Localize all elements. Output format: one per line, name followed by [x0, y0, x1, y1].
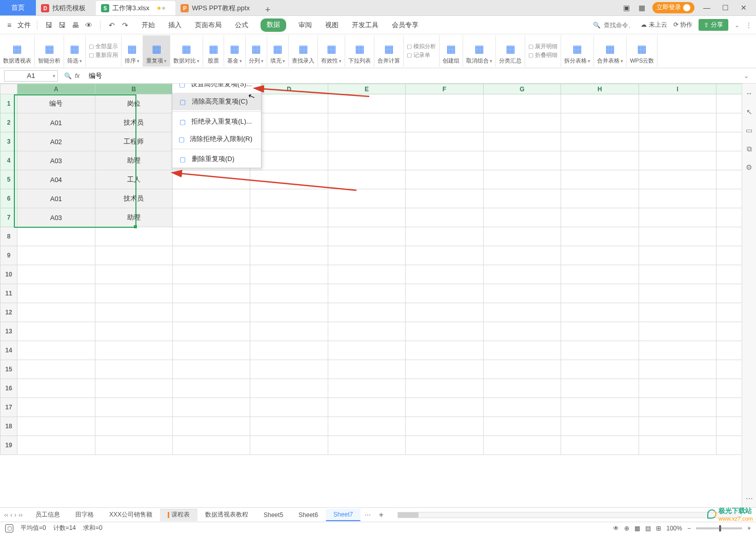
cell[interactable] [172, 322, 250, 341]
cell[interactable] [172, 398, 250, 417]
name-box[interactable]: A1 [4, 70, 58, 82]
eye-icon[interactable]: 👁 [613, 525, 619, 532]
ribbon-item-11[interactable]: ▦查找录入 [289, 35, 318, 67]
view-page-icon[interactable]: ▤ [645, 525, 651, 532]
cell[interactable] [95, 265, 172, 284]
cell[interactable] [328, 246, 405, 265]
cell[interactable] [639, 284, 716, 303]
cell[interactable] [561, 113, 639, 132]
cell[interactable] [561, 284, 639, 303]
cell[interactable] [406, 398, 483, 417]
row-header[interactable]: 16 [1, 379, 17, 398]
cell[interactable] [17, 436, 95, 455]
cell[interactable]: 岗位 [95, 94, 172, 113]
cell[interactable] [639, 151, 716, 170]
settings-icon[interactable]: ⚙ [745, 163, 754, 172]
cell[interactable]: 技术员 [95, 189, 172, 208]
doc-tab-spreadsheet[interactable]: S 工作簿3.xlsx [96, 1, 175, 15]
col-header[interactable]: A [17, 84, 95, 94]
ribbon-item-3[interactable]: ▢ 全部显示▢ 重新应用 [86, 35, 122, 67]
ribbon-item-1[interactable]: ▦智能分析 [35, 35, 64, 67]
ribbon-item-16[interactable]: ▦创建组 [440, 35, 463, 67]
cell[interactable]: 助理 [95, 151, 172, 170]
col-header[interactable]: E [328, 84, 405, 94]
sheet-first-icon[interactable]: ‹‹ [4, 511, 8, 519]
row-header[interactable]: 15 [1, 360, 17, 379]
cell[interactable] [483, 341, 561, 360]
cell[interactable] [17, 417, 95, 436]
cell[interactable] [328, 303, 405, 322]
sheet-tab-3[interactable]: 课程表 [160, 509, 197, 521]
share-button[interactable]: ⇪ 分享 [699, 19, 728, 31]
row-header[interactable]: 4 [1, 151, 17, 170]
cell[interactable] [328, 265, 405, 284]
command-search[interactable]: 🔍 [593, 22, 634, 29]
cell[interactable] [561, 132, 639, 151]
cell[interactable] [639, 265, 716, 284]
col-header[interactable]: D [250, 84, 328, 94]
cell[interactable] [328, 436, 405, 455]
cell[interactable]: A03 [17, 208, 95, 227]
more-icon[interactable]: ⋮ [746, 22, 752, 29]
cell[interactable] [561, 246, 639, 265]
cell[interactable] [406, 379, 483, 398]
cell[interactable] [250, 265, 328, 284]
col-header[interactable]: B [95, 84, 172, 94]
row-header[interactable]: 18 [1, 417, 17, 436]
ribbon-item-10[interactable]: ▦填充▾ [267, 35, 289, 67]
ribbon-item-21[interactable]: ▦合并表格▾ [594, 35, 627, 67]
cell[interactable] [406, 132, 483, 151]
cell[interactable] [328, 94, 405, 113]
row-header[interactable]: 8 [1, 227, 17, 246]
cell[interactable] [172, 303, 250, 322]
row-header[interactable]: 10 [1, 265, 17, 284]
cell[interactable] [328, 322, 405, 341]
zoom-in-button[interactable]: + [747, 525, 751, 532]
cell[interactable] [406, 189, 483, 208]
cell[interactable] [250, 398, 328, 417]
col-header[interactable]: F [406, 84, 483, 94]
cell[interactable] [561, 227, 639, 246]
ribbon-item-5[interactable]: ▦重复项▾ [143, 35, 170, 67]
cell[interactable] [95, 227, 172, 246]
save-icon[interactable]: 🖫 [44, 20, 54, 30]
cell[interactable] [328, 417, 405, 436]
undo-icon[interactable]: ↶ [107, 20, 117, 30]
close-button[interactable]: ✕ [738, 4, 750, 12]
cell[interactable] [328, 151, 405, 170]
line-style-icon[interactable]: ↔ [745, 89, 754, 98]
ribbon-item-4[interactable]: ▦排序▾ [122, 35, 143, 67]
app-menu-icon[interactable]: ≡ [4, 20, 14, 30]
cell[interactable] [406, 341, 483, 360]
cell[interactable] [561, 398, 639, 417]
cell[interactable] [328, 113, 405, 132]
cell[interactable] [17, 360, 95, 379]
cell[interactable] [483, 360, 561, 379]
cell[interactable] [406, 151, 483, 170]
cell[interactable] [172, 246, 250, 265]
row-header[interactable]: 6 [1, 189, 17, 208]
cell[interactable] [95, 322, 172, 341]
menu-tab-6[interactable]: 视图 [324, 18, 340, 32]
cell[interactable] [483, 189, 561, 208]
cell[interactable] [406, 284, 483, 303]
cell[interactable] [95, 246, 172, 265]
cell[interactable] [328, 284, 405, 303]
row-header[interactable]: 12 [1, 303, 17, 322]
horizontal-scrollbar[interactable] [397, 512, 742, 518]
cell[interactable] [561, 379, 639, 398]
dropdown-item-0[interactable]: ▢设置高亮重复项(S)... [172, 84, 261, 93]
cell[interactable] [561, 94, 639, 113]
cell[interactable] [172, 379, 250, 398]
cell[interactable] [639, 303, 716, 322]
cell[interactable] [483, 303, 561, 322]
cell[interactable] [561, 151, 639, 170]
cell[interactable] [95, 284, 172, 303]
cell[interactable] [17, 265, 95, 284]
sheet-next-icon[interactable]: › [14, 511, 16, 519]
cell[interactable] [172, 265, 250, 284]
cell[interactable] [172, 208, 250, 227]
cell[interactable] [17, 379, 95, 398]
cell[interactable] [328, 227, 405, 246]
col-header[interactable]: H [561, 84, 639, 94]
